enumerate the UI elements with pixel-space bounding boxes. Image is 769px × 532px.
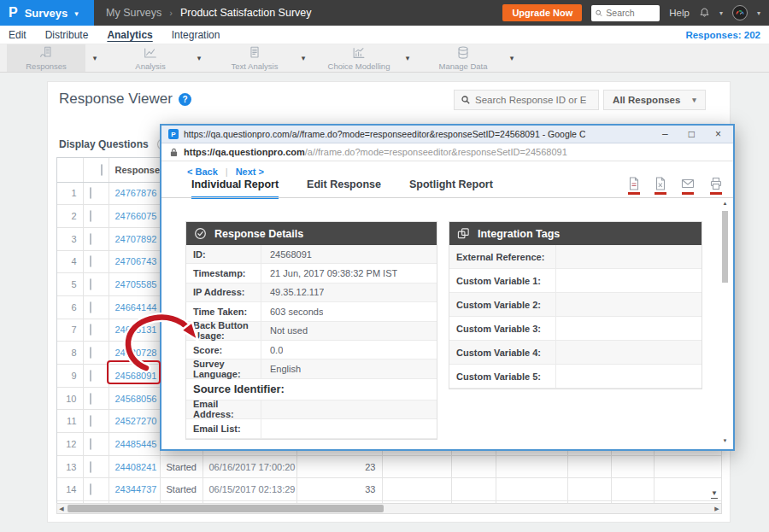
row-checkbox-cell[interactable] bbox=[83, 410, 109, 433]
select-all-checkbox[interactable] bbox=[83, 158, 109, 182]
close-icon[interactable]: × bbox=[715, 129, 721, 139]
response-id-link[interactable]: 24485445 bbox=[109, 433, 160, 456]
response-id-link[interactable]: 24706743 bbox=[109, 250, 160, 273]
response-id-link[interactable]: 24707892 bbox=[109, 227, 160, 250]
email-icon[interactable] bbox=[681, 177, 695, 195]
checkbox[interactable] bbox=[90, 301, 91, 313]
table-corner-scroll-icon[interactable]: ▼ bbox=[711, 490, 718, 499]
checkbox[interactable] bbox=[90, 278, 91, 290]
scrollbar-thumb[interactable] bbox=[68, 505, 384, 512]
ribbon-group-analysis[interactable]: Analysis▾ bbox=[111, 44, 208, 72]
user-avatar[interactable] bbox=[732, 5, 748, 20]
notifications-bell-icon[interactable] bbox=[699, 7, 710, 19]
response-search[interactable] bbox=[454, 90, 599, 110]
response-search-input[interactable] bbox=[475, 95, 586, 105]
row-checkbox-cell[interactable] bbox=[83, 387, 109, 410]
chevron-down-icon[interactable]: ▾ bbox=[398, 44, 417, 72]
checkbox[interactable] bbox=[90, 370, 91, 382]
chevron-down-icon[interactable]: ▾ bbox=[85, 44, 104, 72]
avatar-caret-icon[interactable]: ▾ bbox=[757, 9, 760, 17]
breadcrumb-my-surveys[interactable]: My Surveys bbox=[106, 7, 161, 19]
scroll-up-icon[interactable]: ▲ bbox=[721, 201, 729, 206]
notifications-caret-icon[interactable]: ▾ bbox=[719, 9, 723, 17]
ribbon-tile[interactable]: Text Analysis bbox=[215, 44, 294, 72]
tab-individual-report[interactable]: Individual Report bbox=[191, 178, 279, 199]
row-checkbox-cell[interactable] bbox=[83, 205, 109, 228]
row-checkbox-cell[interactable] bbox=[83, 273, 109, 296]
row-checkbox-cell[interactable] bbox=[83, 250, 109, 273]
response-id-link[interactable]: 24766075 bbox=[109, 205, 160, 228]
checkbox[interactable] bbox=[90, 415, 91, 427]
row-checkbox-cell[interactable] bbox=[83, 342, 109, 365]
nav-item-distribute[interactable]: Distribute bbox=[45, 29, 89, 41]
table-horizontal-scrollbar[interactable]: ◀ ▶ bbox=[56, 503, 722, 514]
surveys-app-menu[interactable]: P Surveys ▾ bbox=[0, 0, 94, 26]
checkbox[interactable] bbox=[90, 438, 91, 450]
scroll-down-icon[interactable]: ▼ bbox=[721, 438, 729, 443]
response-id-link[interactable]: 24620728 bbox=[109, 342, 160, 365]
response-id-link[interactable]: 24527270 bbox=[109, 410, 160, 433]
row-checkbox-cell[interactable] bbox=[83, 295, 109, 319]
global-search-input[interactable] bbox=[606, 8, 655, 18]
checkbox[interactable] bbox=[90, 461, 91, 473]
checkbox[interactable] bbox=[90, 483, 91, 495]
ribbon-group-text-analysis[interactable]: Text Analysis▾ bbox=[215, 44, 313, 72]
ribbon-tile[interactable]: Responses bbox=[7, 44, 85, 72]
checkbox[interactable] bbox=[90, 255, 91, 267]
checkbox[interactable] bbox=[90, 347, 91, 359]
response-id-link[interactable]: 24408241 bbox=[109, 455, 160, 478]
row-checkbox-cell[interactable] bbox=[83, 319, 109, 342]
responses-count-badge[interactable]: Responses: 202 bbox=[685, 30, 769, 40]
help-link[interactable]: Help bbox=[669, 8, 690, 18]
checkbox[interactable] bbox=[90, 324, 91, 336]
checkbox[interactable] bbox=[90, 233, 91, 245]
nav-item-edit[interactable]: Edit bbox=[9, 29, 26, 41]
excel-icon[interactable] bbox=[655, 177, 666, 195]
response-id-link[interactable]: 24568056 bbox=[109, 387, 160, 410]
pdf-icon[interactable] bbox=[628, 177, 640, 195]
ribbon-tile[interactable]: Manage Data bbox=[424, 44, 502, 72]
tab-spotlight-report[interactable]: Spotlight Report bbox=[409, 178, 493, 199]
scroll-left-icon[interactable]: ◀ bbox=[57, 506, 66, 512]
popup-vertical-scrollbar[interactable]: ▲ ▼ bbox=[721, 201, 729, 447]
nav-item-integration[interactable]: Integration bbox=[172, 29, 220, 41]
ribbon-tile[interactable]: Choice Modelling bbox=[320, 44, 398, 72]
response-id-link[interactable]: 24625131 bbox=[109, 319, 160, 342]
scrollbar-thumb[interactable] bbox=[722, 211, 728, 283]
back-link[interactable]: < Back bbox=[187, 167, 218, 177]
tab-edit-response[interactable]: Edit Response bbox=[307, 178, 381, 199]
response-id-link[interactable]: 24664144 bbox=[109, 295, 160, 319]
checkbox[interactable] bbox=[90, 210, 91, 222]
ribbon-group-responses[interactable]: Responses▾ bbox=[7, 44, 104, 72]
checkbox[interactable] bbox=[90, 393, 91, 405]
chevron-down-icon[interactable]: ▾ bbox=[190, 44, 208, 72]
scroll-right-icon[interactable]: ▶ bbox=[713, 506, 721, 512]
response-id-link[interactable]: 24705585 bbox=[109, 273, 160, 296]
next-link[interactable]: Next > bbox=[236, 167, 264, 177]
ribbon-group-choice-modelling[interactable]: Choice Modelling▾ bbox=[320, 44, 417, 72]
chevron-down-icon[interactable]: ▾ bbox=[294, 44, 313, 72]
checkbox[interactable] bbox=[101, 164, 103, 176]
address-bar[interactable]: https://qa.questionpro.com/a//frame.do?m… bbox=[161, 143, 733, 161]
upgrade-now-button[interactable]: Upgrade Now bbox=[502, 4, 582, 21]
row-checkbox-cell[interactable] bbox=[83, 182, 109, 205]
minimize-icon[interactable]: – bbox=[662, 129, 668, 139]
response-id-link[interactable]: 24767876 bbox=[109, 182, 160, 205]
print-icon[interactable] bbox=[709, 177, 723, 195]
response-id-link[interactable]: 24344737 bbox=[109, 478, 160, 501]
checkbox[interactable] bbox=[90, 187, 91, 199]
response-id-header[interactable]: Response ID▲ bbox=[109, 158, 160, 182]
global-search[interactable] bbox=[591, 5, 660, 21]
window-titlebar[interactable]: P https://qa.questionpro.com/a//frame.do… bbox=[161, 126, 733, 143]
row-checkbox-cell[interactable] bbox=[83, 455, 109, 478]
row-checkbox-cell[interactable] bbox=[83, 365, 109, 388]
response-id-link[interactable]: 24568091 bbox=[109, 365, 160, 388]
chevron-down-icon[interactable]: ▾ bbox=[502, 44, 521, 72]
ribbon-tile[interactable]: Analysis bbox=[111, 44, 190, 72]
row-checkbox-cell[interactable] bbox=[83, 227, 109, 250]
all-responses-dropdown[interactable]: All Responses ▾ bbox=[603, 90, 706, 110]
ribbon-group-manage-data[interactable]: Manage Data▾ bbox=[424, 44, 521, 72]
maximize-icon[interactable]: □ bbox=[689, 129, 695, 139]
nav-item-analytics[interactable]: Analytics bbox=[107, 29, 152, 41]
row-checkbox-cell[interactable] bbox=[83, 478, 109, 501]
